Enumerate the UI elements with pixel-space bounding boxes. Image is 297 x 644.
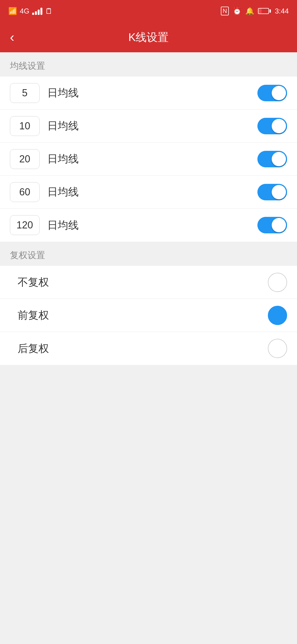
battery-icon [258,8,271,14]
ma20-label: 日均线 [47,152,257,166]
ma-section-header: 均线设置 [0,52,297,77]
ma120-toggle[interactable] [257,217,287,233]
alarm-icon: ⏰ [233,7,241,15]
ma-settings-group: 5 日均线 10 日均线 20 日均线 60 日均线 [0,77,297,242]
no-fq-row: 不复权 [0,266,297,299]
fq-settings-group: 不复权 前复权 后复权 [0,266,297,365]
ma10-number-box[interactable]: 10 [10,116,40,136]
ma5-number-box[interactable]: 5 [10,83,40,103]
ma20-toggle[interactable] [257,151,287,167]
status-bar: 📶 4G 🗒 N ⏰ 🔔 3:44 [0,0,297,22]
ma120-label: 日均线 [47,218,257,232]
status-left: 📶 4G 🗒 [8,7,53,16]
ma120-row: 120 日均线 [0,209,297,242]
post-fq-label: 后复权 [18,342,268,356]
ma60-row: 60 日均线 [0,176,297,209]
pre-fq-label: 前复权 [18,308,268,322]
header: ‹ K线设置 [0,22,297,52]
pre-fq-radio[interactable] [268,306,287,325]
ma10-label: 日均线 [47,119,257,133]
ma20-number-box[interactable]: 20 [10,149,40,169]
ma60-label: 日均线 [47,185,257,199]
pre-fq-row: 前复权 [0,299,297,332]
bell-icon: 🔔 [245,7,254,15]
bottom-empty-area [0,365,297,585]
no-fq-radio[interactable] [268,273,287,292]
status-right: N ⏰ 🔔 3:44 [221,7,289,15]
time-display: 3:44 [275,7,289,15]
fq-section-header: 复权设置 [0,242,297,266]
ma5-toggle[interactable] [257,85,287,101]
page-title: K线设置 [128,30,169,45]
ma5-row: 5 日均线 [0,77,297,110]
back-button[interactable]: ‹ [10,31,14,44]
signal-bars [32,7,42,15]
ma60-toggle[interactable] [257,184,287,200]
post-fq-radio[interactable] [268,339,287,358]
ma20-row: 20 日均线 [0,143,297,176]
network-type: 4G [20,7,29,15]
sim-icon: 📶 [8,7,17,15]
clipboard-icon: 🗒 [45,7,53,16]
post-fq-row: 后复权 [0,332,297,365]
ma10-toggle[interactable] [257,118,287,134]
ma5-label: 日均线 [47,86,257,100]
no-fq-label: 不复权 [18,275,268,289]
ma10-row: 10 日均线 [0,110,297,143]
nfc-icon: N [221,7,229,15]
ma60-number-box[interactable]: 60 [10,182,40,202]
ma120-number-box[interactable]: 120 [10,215,40,235]
